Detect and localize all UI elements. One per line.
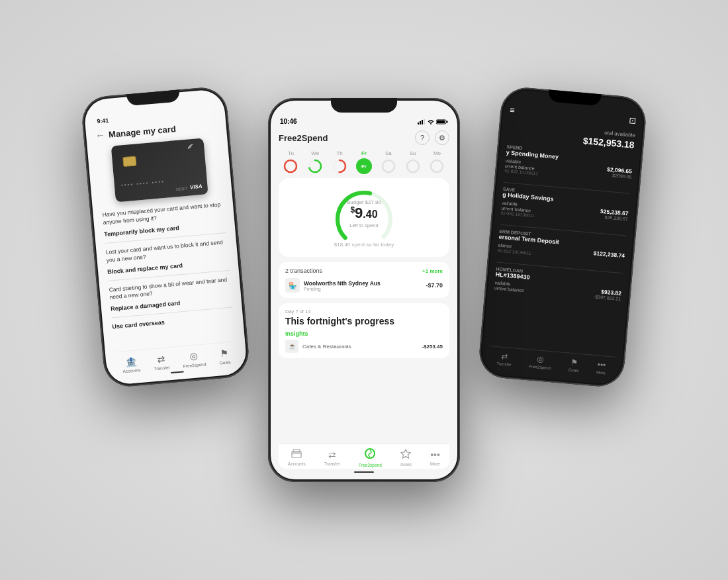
right-screen: ≡ ⊡ otal available $152,953.18 Spend y S…	[480, 89, 645, 386]
center-nav-accounts[interactable]: Accounts	[288, 449, 306, 466]
center-free2spend-icon	[364, 448, 376, 461]
goals-label: Goals	[219, 360, 231, 365]
left-home-indicator	[171, 371, 184, 373]
day-su[interactable]: Su	[405, 150, 421, 174]
signal-icon	[418, 119, 426, 124]
right-transfer-label: Transfer	[496, 362, 512, 367]
wifi-icon	[428, 119, 434, 124]
card-chip	[122, 156, 136, 167]
svg-rect-0	[418, 122, 419, 124]
day-mo-label: Mo	[433, 150, 441, 156]
center-transfer-label: Transfer	[324, 461, 340, 466]
right-nav-goals[interactable]: ⚑ Goals	[569, 358, 580, 373]
app-scene: 9:41 ← Manage my card •••• •••	[132, 38, 596, 542]
day-mo[interactable]: Mo	[429, 150, 445, 174]
free2spend-label: Free2spend	[183, 362, 206, 368]
center-notch	[331, 98, 397, 113]
progress-day: Day 7 of 14	[285, 309, 443, 314]
right-nav-transfer[interactable]: ⇄ Transfer	[496, 351, 512, 367]
progress-title: This fortnight's progress	[285, 316, 443, 326]
transactions-more[interactable]: +1 more	[422, 268, 443, 274]
center-nav-free2spend[interactable]: Free2spend	[359, 448, 382, 467]
save-account: Save g Holiday Savings vailable $25,238.…	[501, 187, 630, 226]
left-nav-transfer[interactable]: ⇄ Transfer	[153, 353, 170, 371]
day-fr-circle: Fr	[356, 158, 372, 174]
center-time: 10:46	[280, 118, 297, 125]
center-phone: 10:46	[268, 98, 460, 482]
transactions-header: 2 transactions +1 more	[285, 267, 443, 274]
center-status-icons	[418, 119, 448, 124]
right-goals-label: Goals	[569, 368, 579, 373]
right-transfer-icon: ⇄	[501, 352, 508, 362]
day-th[interactable]: Th	[332, 150, 347, 174]
spend-account: Spend y Spending Money vailable $2,096.6…	[504, 144, 633, 184]
day-tu-ring	[283, 158, 298, 174]
day-we-ring	[307, 158, 323, 174]
card-paywave	[187, 144, 199, 154]
left-nav-free2spend[interactable]: ◎ Free2spend	[182, 350, 206, 368]
menu-icon[interactable]: ≡	[510, 105, 516, 115]
transaction-item[interactable]: 🏪 Woolworths Nth Sydney Aus Pending -$7.…	[285, 278, 443, 293]
svg-point-9	[285, 160, 296, 172]
center-screen-container: 10:46	[271, 101, 457, 479]
right-nav-more[interactable]: ••• More	[596, 360, 607, 375]
day-sa-label: Sa	[385, 150, 392, 156]
center-more-label: More	[430, 461, 440, 466]
svg-rect-1	[420, 121, 421, 124]
goals-icon: ⚑	[220, 348, 229, 359]
transaction-status: Pending	[304, 287, 422, 291]
transaction-count: 2 transactions	[285, 267, 322, 274]
transaction-details: Woolworths Nth Sydney Aus Pending	[304, 280, 422, 291]
edit-icon[interactable]: ⊡	[629, 115, 637, 126]
center-header-icons: ? ⚙	[415, 130, 449, 145]
center-accounts-icon	[291, 449, 302, 460]
transfer-label: Transfer	[154, 365, 169, 371]
right-nav-free2spend[interactable]: ◎ Free2Spend	[529, 354, 552, 370]
center-nav-transfer[interactable]: ⇄ Transfer	[324, 450, 340, 466]
left-nav-goals[interactable]: ⚑ Goals	[218, 348, 231, 365]
svg-rect-3	[424, 119, 425, 124]
day-we[interactable]: We	[307, 150, 323, 174]
day-sa[interactable]: Sa	[381, 150, 396, 174]
center-home-indicator	[354, 471, 374, 473]
center-nav-more[interactable]: ••• More	[430, 450, 440, 466]
day-tu[interactable]: Tu	[283, 150, 298, 174]
budget-section: Budget $27.80 $9.40 Left to spend $18.40…	[279, 178, 449, 257]
svg-point-16	[431, 160, 443, 172]
center-app-header: Free2Spend ? ⚙	[279, 130, 449, 145]
day-su-ring	[405, 158, 421, 174]
right-free2spend-icon: ◎	[537, 354, 544, 364]
right-phone: ≡ ⊡ otal available $152,953.18 Spend y S…	[477, 85, 648, 388]
left-nav-accounts[interactable]: 🏦 Accounts	[122, 356, 141, 373]
day-fr-label: Fr	[361, 150, 367, 156]
svg-point-15	[407, 160, 419, 172]
accounts-label: Accounts	[122, 367, 140, 373]
help-icon[interactable]: ?	[415, 130, 430, 145]
center-more-icon: •••	[430, 450, 440, 460]
svg-point-14	[383, 160, 394, 172]
back-icon[interactable]: ←	[95, 129, 105, 140]
day-th-label: Th	[336, 150, 342, 156]
center-status-bar: 10:46	[279, 118, 449, 125]
center-nav-goals[interactable]: Goals	[400, 448, 412, 467]
day-selector: Tu We	[279, 150, 449, 174]
insight-item[interactable]: ☕ Cafes & Restaurants -$253.45	[285, 340, 443, 353]
day-we-label: We	[311, 150, 319, 156]
day-mo-ring	[429, 158, 445, 174]
gauge-budget-label: Budget $27.80	[321, 199, 407, 205]
day-th-ring	[332, 158, 347, 174]
day-tu-label: Tu	[288, 150, 294, 156]
day-fr[interactable]: Fr Fr	[356, 150, 372, 174]
card-visa-logo: VISA	[190, 183, 203, 191]
gauge-text: Budget $27.80 $9.40 Left to spend	[321, 199, 407, 228]
settings-icon[interactable]: ⚙	[435, 130, 449, 145]
transaction-amount: -$7.70	[426, 282, 443, 289]
right-free2spend-label: Free2Spend	[529, 364, 551, 370]
center-free2spend-label: Free2spend	[359, 463, 382, 467]
progress-section: Day 7 of 14 This fortnight's progress In…	[279, 303, 449, 358]
free2spend-icon: ◎	[189, 350, 198, 362]
gauge-number: 9	[355, 205, 363, 221]
right-more-icon: •••	[597, 360, 606, 369]
gauge-amount: $9.40	[321, 205, 407, 221]
gauge-container: Budget $27.80 $9.40 Left to spend	[321, 186, 407, 239]
